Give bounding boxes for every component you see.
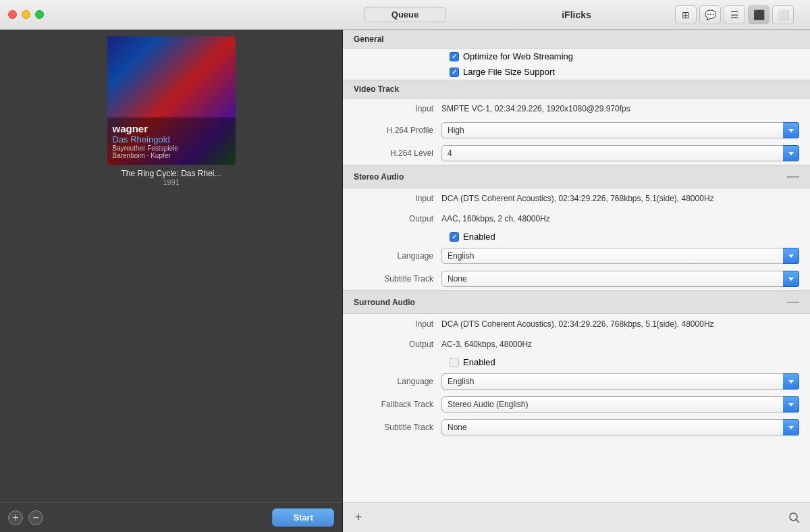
h264-level-select[interactable]: 4 4.1 4.2 5 5.1 — [441, 145, 799, 161]
large-file-row: Large File Size Support — [343, 64, 810, 80]
video-track-section-label: Video Track — [354, 84, 399, 94]
general-section-label: General — [354, 34, 384, 44]
stereo-audio-collapse-icon[interactable]: — — [787, 169, 799, 184]
surround-output-value: AC-3, 640kbps, 48000Hz — [441, 340, 799, 349]
surround-audio-collapse-icon[interactable]: — — [787, 295, 799, 309]
surround-fallback-select-wrapper: Stereo Audio (English) None — [441, 396, 799, 413]
queue-item-title: The Ring Cycle: Das Rhei... — [121, 169, 221, 178]
stereo-enabled-row: Enabled — [343, 229, 810, 244]
surround-subtitle-label: Subtitle Track — [354, 423, 441, 432]
surround-audio-section-header: Surround Audio — — [343, 290, 810, 314]
large-file-checkbox[interactable] — [450, 68, 459, 77]
stereo-language-select-wrapper: English French German Spanish — [441, 248, 799, 264]
surround-fallback-select[interactable]: Stereo Audio (English) None — [441, 396, 799, 413]
surround-output-label: Output — [354, 340, 441, 349]
stereo-output-label: Output — [354, 214, 441, 223]
surround-fallback-row: Fallback Track Stereo Audio (English) No… — [343, 393, 810, 416]
stereo-subtitle-select[interactable]: None — [441, 271, 799, 287]
close-button[interactable] — [8, 10, 17, 19]
h264-profile-select[interactable]: High Main Baseline — [441, 122, 799, 138]
stereo-subtitle-row: Subtitle Track None — [343, 267, 810, 290]
queue-title: Queue — [364, 7, 446, 22]
add-queue-item-button[interactable]: + — [8, 510, 23, 525]
h264-profile-row: H.264 Profile High Main Baseline — [343, 119, 810, 142]
titlebar-left: Queue — [8, 10, 351, 19]
svg-point-0 — [790, 513, 797, 521]
optimize-web-checkbox[interactable] — [450, 52, 459, 61]
stereo-output-value: AAC, 160kbps, 2 ch, 48000Hz — [441, 214, 799, 223]
toolbar-icons: ⊞ 💬 ☰ ⬛ ⬜ — [675, 5, 794, 24]
surround-subtitle-select[interactable]: None — [441, 419, 799, 435]
h264-level-select-wrapper: 4 4.1 4.2 5 5.1 — [441, 145, 799, 161]
video-input-row: Input SMPTE VC-1, 02:34:29.226, 1920x108… — [343, 99, 810, 119]
remove-queue-item-button[interactable]: − — [28, 510, 43, 525]
left-panel-footer: + − Start — [0, 502, 342, 532]
album-composer: wagner — [113, 123, 230, 134]
surround-enabled-label: Enabled — [463, 357, 495, 367]
h264-profile-select-wrapper: High Main Baseline — [441, 122, 799, 138]
search-button[interactable] — [787, 510, 802, 525]
video-input-value: SMPTE VC-1, 02:34:29.226, 1920x1080@29.9… — [441, 104, 799, 113]
maximize-button[interactable] — [35, 10, 44, 19]
stereo-language-row: Language English French German Spanish — [343, 244, 810, 267]
stereo-subtitle-select-wrapper: None — [441, 271, 799, 287]
queue-item[interactable]: wagner Das Rheingold Bayreuther Festspie… — [7, 36, 335, 186]
stereo-output-row: Output AAC, 160kbps, 2 ch, 48000Hz — [343, 209, 810, 229]
toolbar-list-icon[interactable]: ☰ — [724, 5, 745, 24]
video-input-label: Input — [354, 104, 441, 113]
right-panel: General Optimize for Web Streaming Large… — [343, 30, 810, 532]
stereo-language-select[interactable]: English French German Spanish — [441, 248, 799, 264]
h264-level-row: H.264 Level 4 4.1 4.2 5 5.1 — [343, 142, 810, 165]
surround-language-row: Language English French German Spanish — [343, 370, 810, 393]
search-icon — [788, 512, 801, 524]
optimize-web-row: Optimize for Web Streaming — [343, 49, 810, 64]
stereo-language-label: Language — [354, 251, 441, 261]
main-area: wagner Das Rheingold Bayreuther Festspie… — [0, 30, 810, 532]
large-file-label: Large File Size Support — [463, 67, 555, 77]
album-overlay: wagner Das Rheingold Bayreuther Festspie… — [107, 117, 236, 165]
surround-language-select-wrapper: English French German Spanish — [441, 373, 799, 390]
add-track-button[interactable]: + — [351, 510, 366, 525]
optimize-web-label: Optimize for Web Streaming — [463, 51, 573, 61]
album-art: wagner Das Rheingold Bayreuther Festspie… — [107, 36, 236, 165]
stereo-input-row: Input DCA (DTS Coherent Acoustics), 02:3… — [343, 188, 810, 209]
traffic-lights — [8, 10, 44, 19]
surround-subtitle-row: Subtitle Track None — [343, 416, 810, 439]
titlebar: Queue iFlicks ⊞ 💬 ☰ ⬛ ⬜ — [0, 0, 810, 30]
album-subtitle2: Barenboim · Kupfer — [113, 152, 230, 159]
stereo-input-label: Input — [354, 194, 441, 203]
surround-subtitle-select-wrapper: None — [441, 419, 799, 435]
stereo-subtitle-label: Subtitle Track — [354, 274, 441, 284]
surround-input-label: Input — [354, 319, 441, 329]
stereo-audio-section-label: Stereo Audio — [354, 172, 404, 182]
general-section-header: General — [343, 30, 810, 49]
surround-audio-section-label: Surround Audio — [354, 298, 415, 307]
video-track-section-header: Video Track — [343, 80, 810, 99]
start-button[interactable]: Start — [272, 508, 334, 527]
svg-line-1 — [796, 519, 800, 523]
surround-input-value: DCA (DTS Coherent Acoustics), 02:34:29.2… — [441, 319, 799, 329]
album-subtitle1: Bayreuther Festspiele — [113, 144, 230, 152]
left-panel: wagner Das Rheingold Bayreuther Festspie… — [0, 30, 343, 532]
surround-output-row: Output AC-3, 640kbps, 48000Hz — [343, 334, 810, 354]
toolbar-chat-icon[interactable]: 💬 — [699, 5, 721, 24]
minimize-button[interactable] — [22, 10, 30, 19]
toolbar-filmstrip-icon[interactable]: ⬛ — [748, 5, 770, 24]
surround-fallback-label: Fallback Track — [354, 400, 441, 409]
settings-content: General Optimize for Web Streaming Large… — [343, 30, 810, 502]
stereo-enabled-checkbox[interactable] — [450, 232, 459, 242]
stereo-audio-section-header: Stereo Audio — — [343, 165, 810, 188]
right-panel-footer: + — [343, 502, 810, 532]
queue-item-year: 1991 — [163, 178, 179, 186]
surround-enabled-checkbox[interactable] — [450, 358, 459, 367]
queue-content: wagner Das Rheingold Bayreuther Festspie… — [0, 30, 342, 502]
surround-input-row: Input DCA (DTS Coherent Acoustics), 02:3… — [343, 314, 810, 334]
surround-language-select[interactable]: English French German Spanish — [441, 373, 799, 390]
toolbar-columns-icon[interactable]: ⬜ — [772, 5, 794, 24]
stereo-enabled-label: Enabled — [463, 232, 495, 242]
h264-profile-label: H.264 Profile — [354, 126, 441, 135]
surround-enabled-row: Enabled — [343, 354, 810, 370]
album-title: Das Rheingold — [113, 134, 230, 144]
toolbar-grid-icon[interactable]: ⊞ — [675, 5, 697, 24]
h264-level-label: H.264 Level — [354, 149, 441, 158]
